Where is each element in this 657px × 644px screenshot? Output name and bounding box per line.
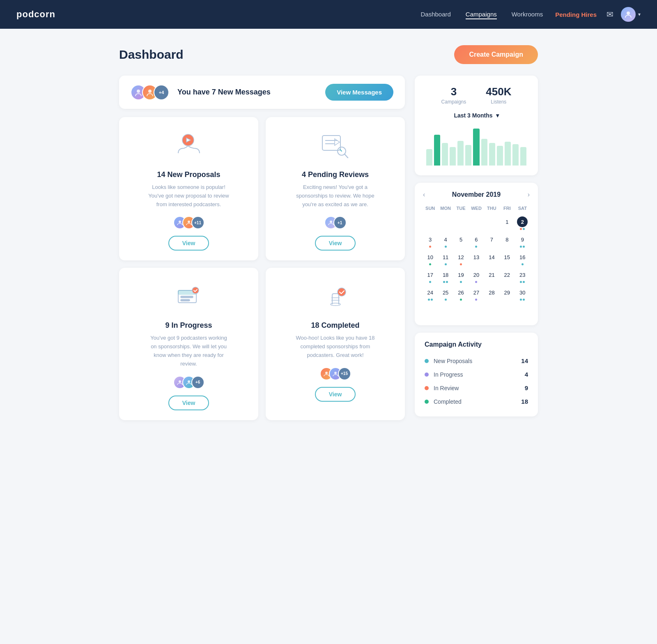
- avatar-stack: +4: [131, 85, 169, 100]
- proposals-view-button[interactable]: View: [168, 236, 209, 251]
- calendar-day[interactable]: 23: [515, 268, 530, 285]
- calendar-dot-row: [443, 281, 448, 283]
- chart-bar: [426, 149, 432, 166]
- calendar-dot: [523, 228, 525, 230]
- nav-dashboard[interactable]: Dashboard: [420, 11, 450, 18]
- calendar-dot: [445, 263, 447, 265]
- calendar-day[interactable]: 10: [423, 250, 437, 267]
- calendar-day[interactable]: 13: [469, 250, 483, 267]
- nav-pending-hires[interactable]: Pending Hires: [555, 11, 597, 18]
- nav-campaigns[interactable]: Campaigns: [466, 11, 497, 19]
- calendar-day[interactable]: 6: [469, 232, 483, 249]
- calendar-dot-row: [521, 263, 524, 265]
- chart-area: [425, 124, 528, 166]
- navbar: podcorn Dashboard Campaigns Workrooms Pe…: [0, 0, 657, 29]
- calendar-day[interactable]: 20: [469, 268, 483, 285]
- calendar-day-number: 13: [471, 252, 482, 262]
- reviews-view-button[interactable]: View: [315, 236, 356, 251]
- calendar-dot: [429, 263, 431, 265]
- calendar-day[interactable]: 19: [454, 268, 468, 285]
- calendar-day[interactable]: 26: [454, 285, 468, 302]
- calendar-day-number: 30: [517, 287, 528, 298]
- calendar-dot-row: [429, 281, 431, 283]
- user-avatar-wrap[interactable]: ▾: [621, 7, 641, 22]
- svg-rect-7: [322, 136, 340, 150]
- calendar-day[interactable]: 9: [515, 232, 530, 249]
- calendar-day[interactable]: 28: [485, 285, 499, 302]
- svg-point-14: [330, 221, 332, 223]
- calendar-day[interactable]: 29: [500, 285, 514, 302]
- calendar-day[interactable]: 15: [500, 250, 514, 267]
- calendar-day[interactable]: 18: [438, 268, 453, 285]
- calendar-grid: SUNMONTUEWEDTHUFRISAT1234567891011121314…: [423, 204, 530, 317]
- progress-title: 9 In Progress: [165, 321, 212, 330]
- svg-point-20: [179, 380, 181, 383]
- reviews-desc: Exciting news! You've got a sponsorships…: [294, 183, 377, 209]
- content-layout: +4 You have 7 New Messages View Messages: [119, 76, 538, 420]
- calendar-day[interactable]: 12: [454, 250, 468, 267]
- calendar-day[interactable]: 4: [438, 232, 453, 249]
- calendar-day[interactable]: 14: [485, 250, 499, 267]
- reviews-icon-area: [319, 130, 352, 163]
- period-selector[interactable]: Last 3 Months ▾: [425, 112, 528, 119]
- activity-count: 18: [521, 398, 528, 405]
- calendar-day[interactable]: 8: [500, 232, 514, 249]
- calendar-day[interactable]: 5: [454, 232, 468, 249]
- create-campaign-button[interactable]: Create Campaign: [454, 45, 538, 64]
- chart-bar: [473, 129, 479, 166]
- cards-grid: 14 New Proposals Looks like someone is p…: [119, 117, 405, 420]
- period-label: Last 3 Months: [454, 112, 492, 119]
- calendar-day[interactable]: 25: [438, 285, 453, 302]
- calendar-day-number: 9: [517, 234, 528, 245]
- activity-label: In Progress: [434, 371, 525, 378]
- proposals-desc: Looks like someone is popular! You've go…: [148, 183, 230, 209]
- chart-bar: [481, 139, 487, 166]
- svg-point-6: [188, 221, 190, 223]
- calendar-dot: [475, 246, 477, 248]
- nav-workrooms[interactable]: Workrooms: [512, 11, 543, 18]
- calendar-day[interactable]: 3: [423, 232, 437, 249]
- calendar-day[interactable]: 16: [515, 250, 530, 267]
- calendar-dot: [445, 299, 447, 301]
- chart-bar: [457, 141, 464, 166]
- calendar-day[interactable]: 11: [438, 250, 453, 267]
- activity-dot: [425, 400, 429, 404]
- calendar-day[interactable]: 24: [423, 285, 437, 302]
- calendar-day[interactable]: 27: [469, 285, 483, 302]
- calendar-day[interactable]: 21: [485, 268, 499, 285]
- left-column: +4 You have 7 New Messages View Messages: [119, 76, 405, 420]
- activity-row: Completed18: [425, 395, 528, 408]
- period-chevron: ▾: [496, 112, 499, 119]
- calendar-day[interactable]: 30: [515, 285, 530, 302]
- view-messages-button[interactable]: View Messages: [325, 84, 393, 101]
- calendar-header: ‹ November 2019 ›: [423, 191, 530, 198]
- calendar-day[interactable]: 2: [515, 215, 530, 232]
- calendar-day: [423, 215, 437, 232]
- calendar-dot: [521, 263, 524, 265]
- mail-icon[interactable]: ✉: [606, 9, 613, 19]
- calendar-dot: [445, 246, 447, 248]
- campaigns-number: 3: [441, 85, 466, 98]
- calendar-card: ‹ November 2019 › SUNMONTUEWEDTHUFRISAT1…: [415, 183, 538, 325]
- calendar-month-title: November 2019: [452, 191, 501, 198]
- completed-view-button[interactable]: View: [315, 387, 356, 402]
- calendar-next[interactable]: ›: [528, 191, 530, 198]
- campaigns-label: Campaigns: [441, 99, 466, 105]
- calendar-day[interactable]: 1: [500, 215, 514, 232]
- calendar-day[interactable]: 7: [485, 232, 499, 249]
- calendar-dot-row: [460, 281, 462, 283]
- calendar-dot-row: [475, 299, 477, 301]
- activity-dot: [425, 359, 429, 363]
- progress-desc: You've got 9 podcasters working on spons…: [148, 334, 230, 368]
- reviews-avatar-count: +1: [333, 216, 347, 229]
- calendar-day[interactable]: 17: [423, 268, 437, 285]
- calendar-day-number: [456, 216, 466, 227]
- chart-bar: [505, 142, 511, 166]
- calendar-day[interactable]: 22: [500, 268, 514, 285]
- progress-view-button[interactable]: View: [168, 396, 209, 410]
- proposals-icon-area: [172, 130, 205, 163]
- calendar-prev[interactable]: ‹: [423, 191, 425, 198]
- brand-logo: podcorn: [16, 9, 55, 20]
- calendar-day-number: 1: [502, 216, 512, 227]
- calendar-day-number: 28: [486, 287, 497, 298]
